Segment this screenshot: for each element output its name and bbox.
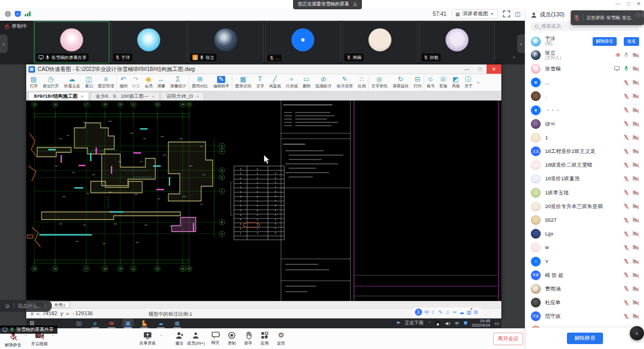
cad-toolbar-button[interactable]: ◫ 窗口 bbox=[83, 74, 95, 91]
defender-shield-icon[interactable]: ⛊ bbox=[464, 321, 467, 327]
emoji-icon[interactable]: ☺ bbox=[4, 303, 10, 309]
pdf-app-icon[interactable]: ▙ bbox=[139, 319, 150, 327]
security-shield-icon[interactable]: ✓ bbox=[15, 11, 21, 17]
volume-icon[interactable] bbox=[445, 321, 450, 326]
camera-off-icon[interactable] bbox=[633, 176, 639, 181]
layout-tab[interactable]: 布局1 bbox=[49, 301, 70, 308]
participant-row[interactable]: 1班李玉瑶 bbox=[525, 186, 644, 199]
view-mode-button[interactable]: ▦ 演讲者视图 ▼ bbox=[452, 9, 498, 19]
participant-list[interactable]: 于洋 (我) 解除静音 改名 bbox=[525, 34, 644, 349]
participant-row[interactable]: Lgx bbox=[525, 227, 644, 241]
mic-muted-icon[interactable] bbox=[624, 107, 629, 113]
input-method-icon[interactable]: ▥ bbox=[466, 309, 471, 316]
camera-off-icon[interactable] bbox=[633, 313, 639, 319]
mic-muted-icon[interactable] bbox=[624, 272, 629, 278]
participant-row[interactable]: 20造价专升本三班朱亚萌 bbox=[525, 199, 644, 213]
cad-toolbar-button[interactable]: ⓘ 关于 bbox=[462, 74, 475, 91]
share-options-icon[interactable]: ⌃ bbox=[160, 334, 163, 339]
mic-muted-icon[interactable] bbox=[624, 149, 629, 155]
participant-row[interactable]: 杜应单 bbox=[525, 296, 644, 310]
cad-toolbar-button[interactable]: ◷ 最近打开 bbox=[40, 74, 61, 91]
mic-muted-icon[interactable] bbox=[624, 162, 629, 168]
cad-toolbar-button[interactable]: ≡ 图层管理 bbox=[95, 74, 116, 91]
input-method-icon[interactable]: 中 bbox=[424, 309, 430, 316]
participant-row[interactable]: 于洋 (我) 解除静音 改名 bbox=[525, 34, 644, 48]
camera-off-icon[interactable] bbox=[633, 286, 639, 292]
mic-muted-icon[interactable] bbox=[624, 121, 629, 127]
notification-center-icon[interactable]: ▭ bbox=[494, 321, 499, 326]
participant-row[interactable]: ・・・ bbox=[525, 103, 644, 117]
participant-row[interactable]: . bbox=[525, 90, 644, 103]
camera-off-icon[interactable] bbox=[633, 245, 639, 250]
cad-toolbar-button[interactable]: ✎ 编辑助手 bbox=[210, 74, 232, 91]
mic-on-icon[interactable] bbox=[624, 66, 629, 72]
mic-muted-icon[interactable] bbox=[624, 217, 629, 223]
info-icon[interactable]: i bbox=[5, 11, 11, 17]
qq-icon[interactable] bbox=[435, 321, 441, 326]
cad-toolbar-button[interactable]: T 文字 bbox=[254, 74, 266, 91]
cad-toolbar-button[interactable]: ≈ 任意线 bbox=[283, 74, 300, 91]
participant-row[interactable]: 张立 (主持人) bbox=[525, 48, 644, 62]
cad-toolbar-button[interactable]: ▦ 图形识别 bbox=[232, 74, 254, 91]
mic-muted-icon[interactable] bbox=[624, 313, 629, 320]
camera-off-icon[interactable] bbox=[633, 217, 639, 223]
leave-meeting-button[interactable]: 离开会议 bbox=[493, 333, 523, 345]
video-thumbnail[interactable]: 张立 bbox=[188, 21, 264, 63]
collapse-chat-icon[interactable]: ‹ bbox=[45, 303, 46, 309]
participant-row[interactable]: 义龙 18工程造价2班王义龙 bbox=[525, 145, 644, 158]
input-method-icon[interactable]: ☾ bbox=[432, 309, 437, 316]
taskbar-clock[interactable]: 19:452022/4/24 bbox=[472, 319, 490, 328]
cad-minimize-icon[interactable]: — bbox=[460, 64, 473, 74]
menu-icon[interactable]: ☰ bbox=[353, 2, 357, 7]
cad-toolbar-button[interactable]: ∷ 比例 bbox=[355, 74, 368, 91]
camera-off-icon[interactable] bbox=[633, 52, 639, 58]
cad-toolbar-button[interactable]: ☏ 客服 bbox=[437, 74, 449, 91]
participant-row[interactable]: 18级造价二班王雯晴 bbox=[525, 158, 644, 172]
tab-close-icon[interactable]: × bbox=[152, 94, 155, 99]
mic-muted-icon[interactable] bbox=[624, 80, 629, 86]
participant-row[interactable]: 曹雨涵 bbox=[525, 282, 644, 295]
cad-toolbar-button[interactable]: ⊟ 打印 bbox=[411, 74, 424, 91]
cad-toolbar-button[interactable]: ⊞ 图纸对比 bbox=[189, 74, 210, 91]
tray-expand-icon[interactable]: ⌃ bbox=[428, 321, 431, 326]
input-method-icon[interactable]: ⚙ bbox=[473, 309, 478, 316]
cad-toolbar-button[interactable]: ↶ 撤销 bbox=[116, 74, 130, 91]
side-panel-toggle-icon[interactable]: ◫ bbox=[515, 11, 520, 17]
camera-off-icon[interactable] bbox=[633, 66, 639, 72]
camera-off-icon[interactable] bbox=[633, 149, 639, 154]
start-video-button[interactable]: 开启视频 bbox=[27, 332, 51, 347]
camera-off-icon[interactable] bbox=[633, 190, 639, 196]
video-thumbnail[interactable]: 周楠 bbox=[342, 21, 418, 63]
input-method-icon[interactable]: ✎ bbox=[438, 309, 443, 316]
mic-muted-icon[interactable] bbox=[624, 286, 629, 292]
video-thumbnail[interactable]: 于洋 bbox=[111, 21, 186, 63]
participant-row[interactable]: w bbox=[525, 241, 644, 255]
mic-muted-icon[interactable] bbox=[624, 300, 629, 306]
mic-muted-icon[interactable] bbox=[624, 245, 629, 251]
video-thumbnail[interactable]: 张雪楠的屏幕共享 bbox=[34, 21, 109, 63]
fullscreen-icon[interactable] bbox=[503, 10, 510, 17]
rename-button[interactable]: 改名 bbox=[624, 37, 639, 46]
cad-toolbar-button[interactable]: ▤ 打开 bbox=[27, 74, 40, 91]
cad-toolbar-button[interactable]: ╱ 画直线 bbox=[266, 74, 283, 91]
share-screen-button[interactable]: 共享屏幕 bbox=[136, 332, 160, 346]
mic-muted-icon[interactable] bbox=[624, 231, 629, 237]
input-method-icon[interactable]: ☁ bbox=[459, 309, 465, 316]
photos-app-icon[interactable]: ▨ bbox=[172, 319, 183, 327]
participant-row[interactable]: 张雪楠 bbox=[525, 62, 644, 75]
unmute-button[interactable]: 解除静音 bbox=[1, 332, 25, 348]
camera-off-icon[interactable] bbox=[633, 259, 639, 264]
camera-off-icon[interactable] bbox=[633, 162, 639, 168]
input-method-logo-icon[interactable]: 王 bbox=[415, 309, 422, 316]
input-method-icon[interactable]: ✂ bbox=[453, 309, 457, 316]
camera-off-icon[interactable] bbox=[633, 135, 639, 140]
camera-off-icon[interactable] bbox=[633, 300, 639, 305]
mic-muted-icon[interactable] bbox=[624, 93, 629, 99]
camera-off-icon[interactable] bbox=[633, 80, 639, 85]
document-tab[interactable]: 金乡8、9、18#施工图— × bbox=[90, 92, 160, 100]
mic-muted-icon[interactable] bbox=[624, 258, 629, 264]
cad-canvas[interactable]: 151516161717181819192121232324242525GFED… bbox=[26, 100, 501, 301]
input-method-bar[interactable]: 王 中 ☾ ✎ ☺ ✂ ☁ ▥ ⚙ bbox=[412, 307, 482, 317]
cad-toolbar-button[interactable]: Σ 测量统计 bbox=[167, 74, 189, 91]
cad-toolbar-button[interactable]: ◎ 文字查找 bbox=[368, 74, 390, 91]
